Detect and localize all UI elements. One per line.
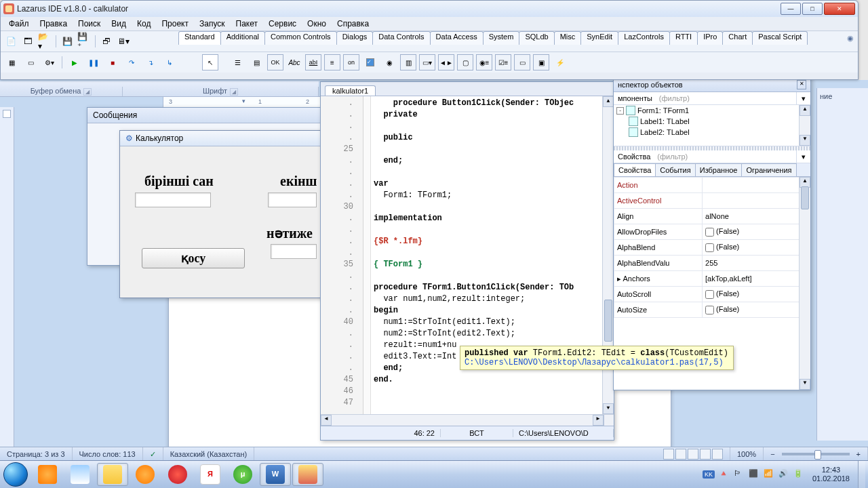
prop-row-AlphaBlend[interactable]: AlphaBlend(False) — [614, 240, 810, 256]
label2-clipped[interactable]: екінш — [280, 174, 317, 189]
word-count[interactable]: Число слов: 113 — [73, 447, 143, 461]
propgrid-scrollbar[interactable]: ▲ ▼ — [799, 177, 810, 390]
menu-Запуск[interactable]: Запуск — [194, 18, 231, 30]
scroll-down-arrow[interactable]: ▼ — [603, 403, 614, 414]
view-units-button[interactable]: 🖥▾ — [116, 34, 131, 49]
tab-properties[interactable]: Свойства — [614, 163, 656, 176]
funnel-icon[interactable]: ▾ — [796, 150, 810, 163]
prop-row-AlphaBlendValu[interactable]: AlphaBlendValu255 — [614, 256, 810, 271]
manage-desktops-button[interactable]: ⚙▾ — [41, 54, 58, 70]
menu-Поиск[interactable]: Поиск — [73, 18, 106, 30]
scroll-up-arrow[interactable]: ▲ — [603, 96, 614, 107]
save-button[interactable]: 💾 — [60, 34, 75, 49]
taskbar-app-1[interactable] — [32, 463, 63, 486]
prop-row-AutoScroll[interactable]: AutoScroll(False) — [614, 287, 810, 302]
clock[interactable]: 12:4301.02.2018 — [808, 466, 854, 483]
edit3-field[interactable] — [271, 244, 317, 259]
properties-filter[interactable]: (фильтр) — [654, 151, 796, 162]
palette-tab-synedit[interactable]: SynEdit — [580, 31, 618, 45]
source-editor-window[interactable]: kalkulator1 . . . . 25 . . . . 30 . . . … — [320, 81, 614, 441]
minimize-button[interactable]: — — [781, 3, 801, 15]
menu-Код[interactable]: Код — [132, 18, 156, 30]
palette-tab-lazcontrols[interactable]: LazControls — [618, 31, 670, 45]
step-into-button[interactable]: ↴ — [142, 54, 159, 70]
taskbar-word[interactable]: W — [260, 463, 291, 486]
tmemo-component[interactable]: ≡ — [324, 54, 340, 70]
prop-row-AutoSize[interactable]: AutoSize(False) — [614, 302, 810, 318]
outline-view[interactable] — [700, 449, 711, 460]
tradiogroup-component[interactable]: ◉≡ — [476, 54, 492, 70]
draft-view[interactable] — [712, 449, 723, 460]
tab-events[interactable]: События — [655, 163, 695, 176]
zoom-in-button[interactable]: + — [856, 450, 861, 458]
palette-tab-chart[interactable]: Chart — [722, 31, 753, 45]
new-unit-button[interactable]: 📄 — [3, 34, 18, 49]
tmainmenu-component[interactable]: ☰ — [229, 54, 245, 70]
funnel-icon[interactable]: ▾ — [796, 92, 810, 104]
tbutton-component[interactable]: OK — [267, 54, 283, 70]
tree-row-form1[interactable]: -Form1: TForm1 — [614, 105, 810, 116]
palette-tab-sqldb[interactable]: SQLdb — [519, 31, 554, 45]
step-over-button[interactable]: ↷ — [123, 54, 140, 70]
stop-button[interactable]: ■ — [104, 54, 121, 70]
scroll-thumb[interactable] — [801, 186, 809, 209]
taskbar-paint[interactable] — [64, 463, 96, 486]
palette-tab-common-controls[interactable]: Common Controls — [264, 31, 337, 45]
tpanel-component[interactable]: ▭ — [514, 54, 530, 70]
close-icon[interactable]: ✕ — [797, 80, 806, 89]
prop-row-Anchors[interactable]: ▸ Anchors[akTop,akLeft] — [614, 271, 810, 287]
zoom-level[interactable]: 100% — [730, 447, 764, 461]
tradiobutton-component[interactable]: ◉ — [381, 54, 397, 70]
palette-tab-data-controls[interactable]: Data Controls — [372, 31, 430, 45]
menu-Проект[interactable]: Проект — [156, 18, 194, 30]
label1[interactable]: бірінші сан — [144, 174, 214, 189]
taskbar-opera[interactable] — [162, 463, 193, 486]
action-center-icon[interactable]: 🏳 — [734, 469, 745, 480]
prop-row-Action[interactable]: Action — [614, 178, 810, 193]
object-inspector-window[interactable]: нспектор объектов ✕ мпоненты (фильтр) ▾ … — [613, 77, 811, 390]
web-layout-view[interactable] — [688, 449, 698, 460]
tcombobox-component[interactable]: ▭▾ — [419, 54, 435, 70]
battery-icon[interactable]: 🔋 — [793, 469, 804, 480]
component-tree[interactable]: -Form1: TForm1 Label1: TLabel Label2: TL… — [614, 105, 810, 146]
palette-tab-standard[interactable]: Standard — [178, 31, 221, 45]
palette-tab-misc[interactable]: Misc — [554, 31, 582, 45]
new-form-button[interactable]: 🗔 — [20, 34, 35, 49]
page-indicator[interactable]: Страница: 3 из 3 — [0, 447, 73, 461]
label3-clipped[interactable]: нәтиже — [267, 225, 313, 241]
taskbar-media-player[interactable] — [130, 463, 161, 486]
selection-tool[interactable]: ↖ — [202, 54, 218, 70]
menu-Справка[interactable]: Справка — [332, 18, 374, 30]
toggle-form-unit-button[interactable]: 🗗 — [99, 34, 114, 49]
tree-row-label2[interactable]: Label2: TLabel — [614, 127, 810, 138]
components-filter[interactable]: (фильтр) — [656, 93, 796, 104]
tcheckgroup-component[interactable]: ☑≡ — [495, 54, 511, 70]
tgroupbox-component[interactable]: ▢ — [457, 54, 473, 70]
tray-icon[interactable]: 🔺 — [719, 469, 730, 480]
palette-tab-system[interactable]: System — [483, 31, 520, 45]
ttogglebox-component[interactable]: on — [343, 54, 359, 70]
start-button[interactable] — [0, 461, 31, 488]
prop-row-ActiveControl[interactable]: ActiveControl — [614, 193, 810, 209]
pause-button[interactable]: ❚❚ — [85, 54, 102, 70]
spellcheck-indicator[interactable]: ✓ — [143, 447, 163, 461]
source-hscrollbar[interactable]: ◄ ► — [321, 414, 614, 426]
menu-Окно[interactable]: Окно — [302, 18, 332, 30]
zoom-out-button[interactable]: − — [770, 450, 774, 458]
tree-row-label1[interactable]: Label1: TLabel — [614, 116, 810, 127]
tlistbox-component[interactable]: ▥ — [400, 54, 416, 70]
menu-Вид[interactable]: Вид — [106, 18, 132, 30]
fold-column[interactable] — [363, 96, 371, 414]
palette-tab-data-access[interactable]: Data Access — [430, 31, 484, 45]
language-indicator[interactable]: Казахский (Казахстан) — [163, 447, 254, 461]
run-button[interactable]: ▶ — [66, 54, 83, 70]
tcheckbox-component[interactable]: ✓ — [362, 54, 378, 70]
source-tab-kalkulator1[interactable]: kalkulator1 — [325, 85, 376, 96]
form-designer-window[interactable]: ⚙ Калькулятор бірінші сан екінш нәтиже қ… — [119, 130, 324, 298]
palette-tab-pascal-script[interactable]: Pascal Script — [752, 31, 808, 45]
taskbar-explorer[interactable] — [97, 463, 128, 486]
palette-tab-dialogs[interactable]: Dialogs — [336, 31, 374, 45]
input-language-indicator[interactable]: KK — [703, 470, 715, 479]
maximize-button[interactable]: □ — [802, 3, 823, 15]
tab-favorites[interactable]: Избранное — [695, 163, 743, 176]
